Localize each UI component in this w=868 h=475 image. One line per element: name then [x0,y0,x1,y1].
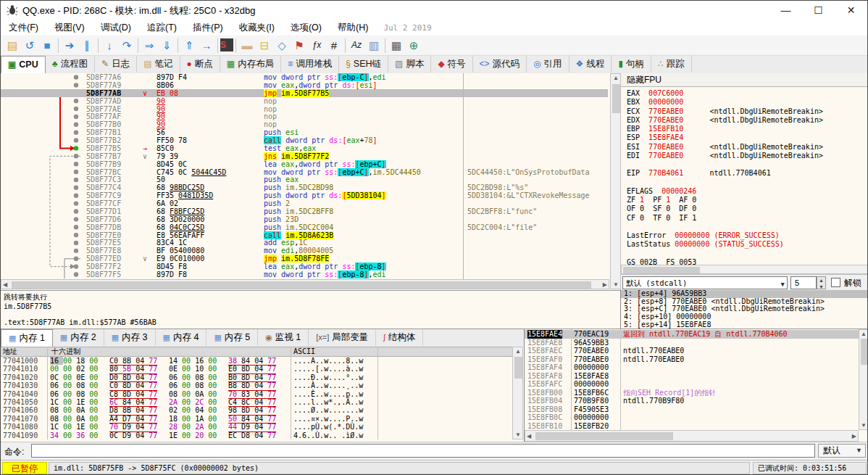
tab-跟踪[interactable]: ∴跟踪 [651,56,692,73]
register-row[interactable]: EAX 007C6000 [627,89,868,98]
menu-item[interactable]: 选项(O) [283,20,330,36]
dump-tab-结构体[interactable]: ʃ结构体 [376,329,423,346]
disasm-row[interactable]: 5D8F77B156push esi [1,128,608,136]
dump-tab-内存3[interactable]: ▦内存 3 [104,329,156,346]
registers-horizontal-scrollbar[interactable] [621,265,868,274]
dump-row[interactable]: 7704100016 00 18 00C0 8B 04 7714 00 16 0… [1,357,512,365]
dump-row[interactable]: 7704107008 00 0A 00A4 D7 04 7718 00 1A 0… [1,415,512,423]
stack-row[interactable]: 15E8FAF400000000 [525,363,859,372]
stack-row[interactable]: 15E8FB1015E8FB20 [525,422,859,431]
dump-tab-内存1[interactable]: ▦内存 1 [1,329,53,347]
menu-item[interactable]: 收藏夹(I) [231,20,283,36]
register-row[interactable]: EIP 770B4061 ntdll.770B4061 [627,169,868,178]
dump-row[interactable]: 770410501C 00 1E 006C 84 04 772A 00 2C 0… [1,398,512,406]
argument-row[interactable]: 5: [esp+14] 15E8FAE8 [621,321,868,329]
calculator-icon[interactable]: ▦ [388,37,405,54]
stack-row[interactable]: 15E8FAF815E8FAE8 [525,372,859,381]
tab-断点[interactable]: ●断点 [180,56,220,73]
disasm-row[interactable]: 5D8F77AE90nop [1,105,608,113]
dump-row[interactable]: 770410200C 00 0E 00D0 8D 04 7706 00 08 0… [1,373,512,381]
register-row[interactable]: GS 002B FS 0053 [627,258,868,265]
disasm-row[interactable]: 5D8F77F28D45 F8lea eax,dword ptr ss:[ebp… [1,263,608,270]
disassembly-pane[interactable]: 5D8F77A6897D F4mov dword ptr ss:[ebp-C],… [1,73,621,329]
stack-row[interactable]: 15E8FAE4770EAC19返回到 ntdll.770EAC19 自 ntd… [525,330,859,339]
register-row[interactable] [627,160,868,169]
disasm-row[interactable]: 5D8F77B090nop [1,120,608,128]
pause-icon[interactable]: ∥ [78,37,96,54]
dump-tab-内存5[interactable]: ▦内存 5 [206,329,258,346]
maximize-button[interactable]: ☐ [802,1,835,20]
command-input[interactable] [31,444,815,458]
menu-item[interactable]: 视图(V) [46,20,93,36]
argument-count-field[interactable]: 5 [790,276,817,289]
globe-icon[interactable]: ⊕ [405,37,422,54]
dump-row[interactable]: 770410801C 00 1E 0070 D9 04 7728 00 2A 0… [1,423,512,431]
disasm-row[interactable]: 5D8F77C350push eax [1,175,608,183]
disasm-row[interactable]: 5D8F77D168 F8BFC25Dpush im.5DC2BFF85DC2B… [1,207,608,215]
step-user-icon[interactable]: → [198,37,215,54]
az-icon[interactable]: Az [348,37,365,54]
dump-row[interactable]: 7704103006 00 08 00C0 8D 04 7706 00 08 0… [1,381,512,389]
tab-引用[interactable]: ◎引用 [527,56,569,73]
run-icon[interactable]: ➔ [61,37,78,54]
disasm-row[interactable]: 5D8F77E0E8 56EAFAFFcall im.5D8A623B [1,231,608,239]
restart-icon[interactable]: ↺ [21,37,38,54]
register-row[interactable]: EBX 00000000 [627,98,868,107]
disasm-row[interactable]: 5D8F77B5→85C0test eax,eax [1,144,608,152]
function-icon[interactable]: ƒx [308,37,325,54]
disasm-row[interactable]: 5D8F77AD90nop [1,97,608,105]
disasm-row[interactable]: 5D8F77C9FF35 0481D35Dpush dword ptr ds:[… [1,191,608,199]
register-row[interactable] [627,249,868,258]
dump-row[interactable]: 7704101000 00 02 0080 5B 04 770E 00 10 0… [1,365,512,373]
hash-icon[interactable]: # [325,37,343,54]
register-row[interactable]: EFLAGS 00000246 [627,187,868,196]
disasm-row[interactable]: 5D8F77AF90nop [1,112,608,120]
bookmark-icon[interactable]: ⚑ [291,37,308,54]
tab-流程图[interactable]: ♣流程图 [46,56,95,73]
tab-调用堆栈[interactable]: ≡调用堆栈 [281,56,339,73]
tab-cpu[interactable]: ▣CPU [1,56,46,74]
calling-convention-select[interactable]: 默认 (stdcall) ▼ [622,276,788,289]
disasm-row[interactable]: 5D8F77E8BF 05400080mov edi,80004005 [1,247,608,255]
register-row[interactable]: ESI 770EABE0 <ntdll.DbgUiRemoteBreakin> [627,143,868,152]
execute-till-return-icon[interactable]: ⇓ [158,37,175,54]
disasm-row[interactable]: 5D8F77A98B06mov eax,dword ptr ds:[esi] [1,81,608,89]
minimize-button[interactable]: — [769,1,802,20]
disasm-vertical-scrollbar[interactable]: ▲ ▼ [610,73,621,289]
disasm-horizontal-scrollbar[interactable]: ◀ ▶ [1,279,609,289]
close-button[interactable]: ✕ [835,1,867,20]
stop-icon[interactable]: ■ [38,37,56,54]
label-icon[interactable]: ◇ [273,37,291,54]
disasm-row[interactable]: 5D8F77BCC745 0C 5044C45Dmov dword ptr ss… [1,168,608,176]
disasm-row[interactable]: 5D8F77DB68 04C0C25Dpush im.5DC2C0045DC2C… [1,223,608,231]
menu-item[interactable]: 插件(P) [185,20,231,36]
stack-row[interactable]: 15E8FB08F45905E3 [525,405,859,414]
tab-内存布局[interactable]: ▦内存布局 [220,56,281,73]
stack-row[interactable]: 15E8FB0015E8FB6C指向SEH_Record[1]的指针 [525,389,859,397]
disasm-row[interactable]: 5D8F77E583C4 1Cadd esp,1C [1,239,608,247]
disasm-row[interactable]: 5D8F77B2FF50 78call dword ptr ds:[eax+78… [1,136,608,144]
register-row[interactable]: EDI 770EABE0 <ntdll.DbgUiRemoteBreakin> [627,152,868,160]
register-row[interactable]: CF 0 TF 0 IF 1 [627,214,868,223]
menu-item[interactable]: 文件(F) [1,20,46,36]
device-icon[interactable]: ▥ [365,37,383,54]
register-row[interactable]: ESP 15E8FAE4 [627,133,868,142]
stack-row[interactable]: 15E8FAEC770EABE0ntdll.770EABE0 [525,347,859,355]
tab-seh链[interactable]: §SEH链 [339,56,388,73]
command-profile-select[interactable]: 默认 ▼ [818,444,866,458]
disasm-row[interactable]: 5D8F77B7∨79 39jns im.5D8F77F2 [1,152,608,160]
register-row[interactable]: ZF 1 PF 1 AF 0 [627,196,868,205]
menu-item[interactable]: 调试(D) [93,20,139,36]
run-to-user-code-icon[interactable]: ⇑ [180,37,198,54]
tab-句柄[interactable]: ▮句柄 [612,56,651,73]
register-row[interactable] [627,178,868,187]
tab-源代码[interactable]: <>源代码 [473,56,527,73]
unlock-checkbox[interactable] [831,278,840,287]
dump-tab-内存4[interactable]: ▦内存 4 [156,329,207,346]
step-over-icon[interactable]: ↷ [118,37,135,54]
stack-horizontal-scrollbar[interactable]: ◀ ▶ [525,430,859,442]
register-row[interactable]: EBP 15E8FB10 [627,125,868,133]
disasm-row[interactable]: 5D8F77F5897D F8mov dword ptr ss:[ebp-8],… [1,270,608,278]
step-into-icon[interactable]: ↓ [101,37,118,54]
menu-item[interactable]: 帮助(H) [330,20,376,36]
